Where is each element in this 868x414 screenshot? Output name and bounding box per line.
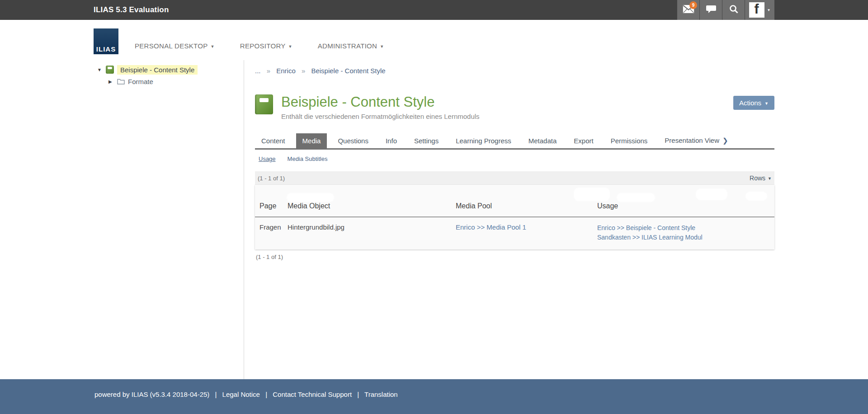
tree-collapse-icon[interactable]: ▼ [97,67,104,72]
rows-dropdown[interactable]: Rows▼ [750,174,772,182]
redaction-blob [574,188,610,201]
ilias-logo[interactable]: ILIAS [94,28,118,54]
footer-separator: | [265,390,267,398]
table-row: Fragen Hintergrundbild.jpg Enrico >> Med… [255,217,774,249]
caret-down-icon: ▼ [768,176,772,181]
table-navigation-bar: (1 - 1 of 1) Rows▼ [255,171,774,185]
tree-item-formate: ▶ Formate [94,75,244,87]
main-nav: PERSONAL DESKTOP▼ REPOSITORY▼ ADMINISTRA… [135,42,384,50]
chevron-right-icon: ❯ [722,136,728,144]
nav-personal-desktop[interactable]: PERSONAL DESKTOP▼ [135,42,215,50]
breadcrumb-ellipsis-link[interactable]: ... [255,67,261,75]
contact-support-link[interactable]: Contact Technical Support [273,390,352,398]
main-area: ▼ Beispiele - Content Style ▶ Formate ..… [94,60,774,379]
tab-bar: Content Media Questions Info Settings Le… [255,133,774,150]
subtab-usage[interactable]: Usage [259,155,276,162]
breadcrumb-link-enrico[interactable]: Enrico [276,67,296,75]
tab-info[interactable]: Info [379,133,403,148]
redaction-blob [287,193,334,202]
page-description: Enthält die verschiedenen Formatmöglichk… [281,113,480,120]
tree-item-beispiele: ▼ Beispiele - Content Style [94,64,244,75]
page-title: Beispiele - Content Style [281,94,480,110]
learning-module-icon-large [255,94,273,114]
chat-icon [706,5,717,15]
caret-down-icon: ▼ [764,101,769,106]
table-header-row: Page Media Object Media Pool Usage [255,202,774,217]
tab-content[interactable]: Content [255,133,292,148]
user-menu-button[interactable]: f ▼ [745,0,774,20]
column-header-media-pool: Media Pool [456,202,597,210]
legal-notice-link[interactable]: Legal Notice [222,390,260,398]
chat-button[interactable] [699,0,722,20]
column-header-usage: Usage [597,202,774,210]
column-header-media-object: Media Object [288,202,456,210]
tab-settings[interactable]: Settings [408,133,445,148]
caret-down-icon: ▼ [288,44,292,49]
column-header-page: Page [259,202,288,210]
folder-icon [117,78,125,85]
nav-repository[interactable]: REPOSITORY▼ [240,42,292,50]
usage-link-1[interactable]: Enrico >> Beispiele - Content Style [597,223,774,233]
nav-administration[interactable]: ADMINISTRATION▼ [318,42,384,50]
tab-learning-progress[interactable]: Learning Progress [449,133,518,148]
logo-label: ILIAS [94,45,118,53]
app-title: ILIAS 5.3 Evaluation [94,5,169,14]
media-pool-link[interactable]: Enrico >> Media Pool 1 [456,223,526,231]
translation-link[interactable]: Translation [364,390,398,398]
media-usage-table: Page Media Object Media Pool Usage Frage… [255,185,774,249]
avatar: f [749,2,764,18]
tree-item-label[interactable]: Formate [128,78,153,85]
footer-separator: | [357,390,359,398]
tab-export[interactable]: Export [567,133,599,148]
repository-tree: ▼ Beispiele - Content Style ▶ Formate [94,60,244,379]
search-button[interactable] [722,0,745,20]
tree-expand-icon[interactable]: ▶ [108,79,116,84]
tab-questions[interactable]: Questions [331,133,375,148]
caret-down-icon: ▼ [211,44,215,49]
subtab-bar: Usage Media Subtitles [255,150,774,167]
footer: powered by ILIAS (v5.3.4 2018-04-25) | L… [0,379,868,414]
breadcrumb-link-current[interactable]: Beispiele - Content Style [311,67,385,75]
tab-permissions[interactable]: Permissions [604,133,654,148]
cell-media-object: Hintergrundbild.jpg [288,223,456,242]
actions-button[interactable]: Actions▼ [733,96,774,110]
content-area: ... » Enrico » Beispiele - Content Style… [244,60,774,379]
result-range-top: (1 - 1 of 1) [258,175,285,182]
redaction-blob [745,192,767,201]
mail-button[interactable]: 9 [677,0,699,20]
breadcrumb-separator: » [302,67,305,75]
search-icon [729,4,739,16]
redaction-blob [617,193,655,202]
footer-separator: | [215,390,217,398]
powered-by-link[interactable]: powered by ILIAS (v5.3.4 2018-04-25) [94,390,209,398]
page-title-block: Beispiele - Content Style Enthält die ve… [255,94,774,120]
subtab-media-subtitles[interactable]: Media Subtitles [288,155,328,162]
result-range-bottom: (1 - 1 of 1) [255,254,774,260]
chevron-down-icon: ▼ [767,8,771,12]
topbar-icon-group: 9 f ▼ [677,0,774,20]
tab-presentation-view[interactable]: Presentation View❯ [658,133,734,148]
tree-item-label[interactable]: Beispiele - Content Style [117,65,198,75]
breadcrumb-separator: » [267,67,270,75]
learning-module-icon [106,66,114,74]
main-header: ILIAS PERSONAL DESKTOP▼ REPOSITORY▼ ADMI… [0,20,868,60]
breadcrumb: ... » Enrico » Beispiele - Content Style [255,67,774,75]
usage-link-2[interactable]: Sandkasten >> ILIAS Learning Modul [597,233,774,242]
redaction-blob [696,188,727,200]
tab-media[interactable]: Media [296,133,327,148]
top-bar: ILIAS 5.3 Evaluation 9 [0,0,868,20]
cell-page: Fragen [259,223,288,242]
tab-metadata[interactable]: Metadata [522,133,563,148]
mail-count-badge: 9 [689,1,697,9]
caret-down-icon: ▼ [380,44,384,49]
